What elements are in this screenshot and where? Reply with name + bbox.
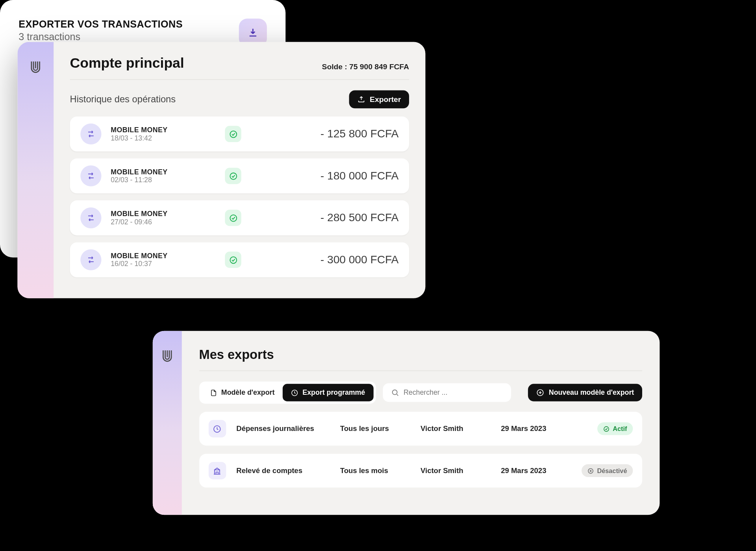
status-success-icon — [225, 126, 241, 142]
status-success-icon — [225, 210, 241, 226]
tab-scheduled[interactable]: Export programmé — [283, 384, 373, 401]
transaction-row[interactable]: MOBILE MONEY 27/02 - 09:46 - 280 500 FCF… — [70, 200, 409, 235]
logo-icon — [159, 348, 175, 364]
export-modal-subtitle: 3 transactions — [19, 31, 183, 43]
transaction-date: 16/02 - 10:37 — [111, 260, 215, 268]
export-rows: Dépenses journalières Tous les jours Vic… — [199, 412, 642, 487]
status-chip-icon — [603, 425, 609, 432]
operations-title: Historique des opérations — [70, 94, 176, 105]
tab-scheduled-label: Export programmé — [302, 388, 365, 397]
transaction-amount: - 180 000 FCFA — [321, 170, 399, 183]
transaction-row[interactable]: MOBILE MONEY 02/03 - 11:28 - 180 000 FCF… — [70, 159, 409, 194]
clock-icon — [208, 420, 226, 437]
search-icon — [391, 388, 399, 397]
export-button[interactable]: Exporter — [349, 90, 409, 108]
transaction-amount: - 125 800 FCFA — [321, 128, 399, 141]
transaction-date: 18/03 - 13:42 — [111, 134, 215, 142]
my-exports-panel: Mes exports Modèle d'export Export progr… — [153, 331, 660, 515]
export-button-label: Exporter — [370, 95, 401, 104]
search-box[interactable] — [383, 383, 511, 402]
transfer-icon — [80, 249, 101, 270]
export-owner: Victor Smith — [421, 425, 491, 433]
export-frequency: Tous les jours — [340, 425, 410, 433]
transaction-type: MOBILE MONEY — [111, 251, 215, 260]
export-icon — [357, 95, 365, 104]
transaction-date: 02/03 - 11:28 — [111, 176, 215, 184]
export-row[interactable]: Relevé de comptes Tous les mois Victor S… — [199, 454, 642, 488]
status-chip-label: Actif — [613, 425, 627, 432]
status-chip: Actif — [597, 422, 633, 435]
transfer-icon — [80, 124, 101, 144]
download-icon — [247, 27, 259, 39]
tab-template[interactable]: Modèle d'export — [202, 384, 283, 401]
account-panel: Compte principal Solde : 75 900 849 FCFA… — [17, 42, 425, 298]
transaction-type: MOBILE MONEY — [111, 168, 215, 176]
transaction-row[interactable]: MOBILE MONEY 16/02 - 10:37 - 300 000 FCF… — [70, 242, 409, 277]
export-date: 29 Mars 2023 — [501, 425, 571, 433]
transfer-icon — [80, 207, 101, 228]
transaction-amount: - 300 000 FCFA — [321, 253, 399, 266]
new-template-label: Nouveau modèle d'export — [549, 388, 634, 397]
sidebar-strip — [153, 331, 182, 515]
transaction-row[interactable]: MOBILE MONEY 18/03 - 13:42 - 125 800 FCF… — [70, 116, 409, 152]
search-input[interactable] — [404, 388, 503, 397]
svg-point-0 — [230, 131, 237, 137]
transaction-amount: - 280 500 FCFA — [321, 211, 399, 224]
bank-icon — [208, 462, 226, 479]
export-name: Dépenses journalières — [236, 425, 330, 433]
status-chip-label: Désactivé — [597, 467, 627, 474]
status-success-icon — [225, 168, 241, 184]
transaction-type: MOBILE MONEY — [111, 126, 215, 134]
tab-group: Modèle d'export Export programmé — [199, 381, 376, 403]
transaction-type: MOBILE MONEY — [111, 210, 215, 218]
file-icon — [209, 389, 217, 396]
account-balance: Solde : 75 900 849 FCFA — [322, 62, 409, 71]
svg-point-5 — [392, 390, 397, 395]
logo-icon — [28, 59, 44, 76]
export-owner: Victor Smith — [421, 466, 491, 475]
transaction-list: MOBILE MONEY 18/03 - 13:42 - 125 800 FCF… — [70, 116, 409, 277]
transaction-date: 27/02 - 09:46 — [111, 218, 215, 226]
plus-circle-icon — [536, 388, 544, 397]
status-chip-icon — [587, 468, 593, 474]
transfer-icon — [80, 165, 101, 186]
export-row[interactable]: Dépenses journalières Tous les jours Vic… — [199, 412, 642, 446]
svg-point-2 — [230, 214, 237, 221]
tab-template-label: Modèle d'export — [221, 388, 274, 397]
new-template-button[interactable]: Nouveau modèle d'export — [528, 384, 642, 401]
svg-point-3 — [230, 257, 237, 263]
sidebar-strip — [17, 42, 54, 298]
export-name: Relevé de comptes — [236, 466, 330, 475]
my-exports-title: Mes exports — [199, 347, 642, 371]
status-chip: Désactivé — [581, 464, 633, 477]
export-frequency: Tous les mois — [340, 466, 410, 475]
account-title: Compte principal — [70, 55, 184, 71]
status-success-icon — [225, 251, 241, 268]
export-modal-title: EXPORTER VOS TRANSACTIONS — [19, 18, 183, 30]
clock-icon — [291, 389, 298, 396]
svg-point-1 — [230, 173, 237, 179]
export-date: 29 Mars 2023 — [501, 466, 571, 475]
